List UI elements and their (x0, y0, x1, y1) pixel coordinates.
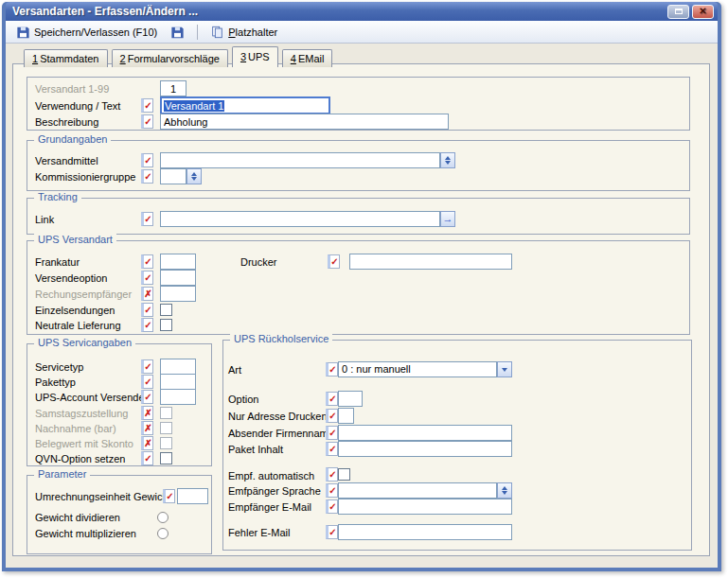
group-tracking-title: Tracking (34, 191, 81, 202)
save-button[interactable] (166, 23, 189, 42)
absender-firmenname-input[interactable] (338, 425, 512, 441)
samstagszustellung-checkbox[interactable] (160, 407, 172, 419)
verwendung-input[interactable]: Versandart 1 (160, 96, 330, 114)
verwendung-label: Verwendung / Text (35, 100, 120, 112)
neutrale-lieferung-checkbox[interactable] (160, 319, 172, 331)
close-button[interactable]: ✕ (692, 5, 714, 19)
copy-icon (210, 26, 224, 39)
gewicht-multiplizieren-radio[interactable] (157, 528, 169, 539)
belegwert-checkbox[interactable] (160, 437, 172, 449)
restore-button[interactable] (667, 5, 689, 19)
ups-account-input[interactable] (160, 389, 196, 405)
tab-stammdaten[interactable]: 1Stammdaten (24, 49, 108, 67)
umrechnungseinheit-input[interactable] (177, 488, 208, 504)
titlebar[interactable]: Versandarten - Erfassen/Ändern ... ✕ (6, 2, 718, 21)
option-input[interactable] (338, 391, 363, 407)
kommissioniergruppe-edit-flag-icon[interactable]: ✓ (141, 169, 153, 184)
paket-inhalt-edit-flag-icon[interactable]: ✓ (326, 442, 338, 456)
beschreibung-label: Beschreibung (35, 116, 98, 128)
drucker-label: Drucker (240, 256, 277, 268)
ups-account-label: UPS-Account Versender (35, 392, 148, 403)
art-combobox[interactable]: 0 : nur manuell (338, 361, 497, 377)
nur-adresse-drucken-label: Nur Adresse Drucken (228, 411, 328, 422)
nur-adresse-drucken-input[interactable] (338, 408, 354, 424)
neutrale-lieferung-edit-flag-icon[interactable]: ✓ (141, 318, 153, 332)
servicetyp-input[interactable] (160, 359, 196, 375)
drucker-edit-flag-icon[interactable]: ✓ (328, 254, 340, 269)
option-edit-flag-icon[interactable]: ✓ (326, 392, 338, 406)
qvn-option-label: QVN-Option setzen (35, 453, 125, 464)
nachnahme-checkbox[interactable] (160, 422, 172, 434)
gewicht-multiplizieren-label: Gewicht multiplizieren (35, 528, 136, 539)
qvn-option-checkbox[interactable] (160, 452, 172, 464)
empfaenger-sprache-edit-flag-icon[interactable]: ✓ (326, 483, 338, 498)
frankatur-edit-flag-icon[interactable]: ✓ (141, 254, 153, 269)
save-icon (170, 26, 185, 39)
beschreibung-edit-flag-icon[interactable]: ✓ (141, 114, 153, 129)
verwendung-edit-flag-icon[interactable]: ✓ (141, 98, 153, 113)
group-ups-versandart-title: UPS Versandart (34, 234, 116, 245)
nur-adresse-drucken-edit-flag-icon[interactable]: ✓ (326, 409, 338, 423)
versandmittel-spinner-icon[interactable] (440, 152, 455, 168)
drucker-input[interactable] (349, 254, 512, 270)
nachnahme-edit-flag-icon[interactable]: ✗ (141, 421, 153, 435)
tab-page-ups: Versandart 1-99 Verwendung / Text ✓ Vers… (12, 63, 710, 556)
samstagszustellung-edit-flag-icon[interactable]: ✗ (141, 406, 153, 420)
gewicht-dividieren-label: Gewicht dividieren (35, 512, 120, 523)
save-exit-label: Speichern/Verlassen (F10) (34, 26, 157, 38)
versandart-input[interactable] (160, 80, 186, 96)
versendeoption-input[interactable] (160, 270, 196, 286)
nachnahme-label: Nachnahme (bar) (35, 423, 116, 434)
versandmittel-label: Versandmittel (35, 155, 98, 166)
einzelsendungen-edit-flag-icon[interactable]: ✓ (141, 303, 153, 317)
belegwert-edit-flag-icon[interactable]: ✗ (141, 436, 153, 450)
kommissioniergruppe-input[interactable] (160, 168, 186, 184)
kommissioniergruppe-spinner-icon[interactable] (186, 168, 202, 184)
versendeoption-edit-flag-icon[interactable]: ✓ (141, 271, 153, 285)
tab-ups[interactable]: 3UPS (232, 46, 278, 67)
save-icon (16, 26, 30, 39)
empf-automatisch-edit-flag-icon[interactable]: ✓ (326, 467, 338, 482)
empfaenger-sprache-combo-input[interactable] (338, 482, 497, 499)
qvn-option-edit-flag-icon[interactable]: ✓ (141, 451, 153, 465)
empf-automatisch-checkbox[interactable] (338, 468, 350, 481)
ups-account-edit-flag-icon[interactable]: ✓ (141, 390, 153, 404)
link-input[interactable] (160, 211, 440, 227)
placeholder-button[interactable]: Platzhalter (205, 23, 282, 42)
pakettyp-edit-flag-icon[interactable]: ✓ (141, 375, 153, 389)
tab-email[interactable]: 4EMail (282, 49, 333, 67)
versandmittel-combo-input[interactable] (160, 152, 440, 168)
einzelsendungen-checkbox[interactable] (160, 304, 172, 316)
save-exit-button[interactable]: Speichern/Verlassen (F10) (11, 23, 162, 42)
tab-formularvorschlaege[interactable]: 2Formularvorschläge (112, 49, 228, 67)
rechnungsempfaenger-edit-flag-icon[interactable]: ✗ (141, 287, 153, 301)
pakettyp-input[interactable] (160, 374, 196, 390)
empfaenger-email-edit-flag-icon[interactable]: ✓ (326, 499, 338, 514)
fehler-email-input[interactable] (338, 524, 512, 540)
option-label: Option (228, 394, 258, 405)
pakettyp-label: Pakettyp (35, 377, 76, 388)
absender-firmenname-label: Absender Firmenname (228, 428, 334, 439)
versendeoption-label: Versendeoption (35, 272, 107, 284)
paket-inhalt-input[interactable] (338, 441, 512, 457)
group-ups-servicangaben-title: UPS Servicangaben (34, 337, 135, 348)
beschreibung-input[interactable] (160, 114, 449, 130)
link-go-button[interactable]: → (440, 211, 455, 227)
link-edit-flag-icon[interactable]: ✓ (141, 212, 153, 226)
art-dropdown-icon[interactable] (497, 361, 512, 377)
empfaenger-email-input[interactable] (338, 499, 512, 515)
frankatur-label: Frankatur (35, 256, 80, 268)
frankatur-input[interactable] (160, 254, 196, 270)
kommissioniergruppe-label: Kommissioniergruppe (35, 171, 135, 183)
versandmittel-edit-flag-icon[interactable]: ✓ (141, 153, 153, 167)
empfaenger-sprache-label: Emfpänger Sprache (228, 485, 321, 497)
art-edit-flag-icon[interactable]: ✓ (326, 362, 338, 377)
gewicht-dividieren-radio[interactable] (157, 512, 169, 523)
empfaenger-sprache-spinner-icon[interactable] (497, 482, 512, 499)
absender-firmenname-edit-flag-icon[interactable]: ✓ (326, 426, 338, 440)
servicetyp-edit-flag-icon[interactable]: ✓ (141, 359, 153, 374)
fehler-email-edit-flag-icon[interactable]: ✓ (326, 525, 338, 539)
rechnungsempfaenger-input[interactable] (160, 286, 196, 302)
umrechnungseinheit-edit-flag-icon[interactable]: ✓ (163, 489, 175, 503)
tabstrip: 1Stammdaten 2Formularvorschläge 3UPS 4EM… (24, 46, 333, 65)
